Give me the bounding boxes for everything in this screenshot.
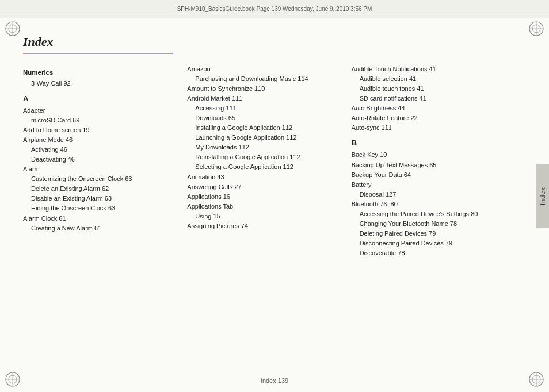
index-item: Assigning Pictures 74 <box>187 221 344 231</box>
index-item: Bluetooth 76–80 <box>352 199 509 209</box>
index-item: Applications Tab <box>187 202 344 212</box>
index-item: Changing Your Bluetooth Name 78 <box>352 219 509 229</box>
index-item: SD card notifications 41 <box>352 94 509 103</box>
index-item: Amazon <box>187 64 344 74</box>
col-3: Audible Touch Notifications 41Audible se… <box>352 64 526 369</box>
index-item: Selecting a Google Application 112 <box>187 162 344 172</box>
index-item: Disconnecting Paired Devices 79 <box>352 239 509 248</box>
index-item: Adapter <box>23 106 180 116</box>
index-item: Alarm Clock 61 <box>23 214 180 224</box>
index-item: Auto Brightness 44 <box>352 103 509 113</box>
index-item: Hiding the Onscreen Clock 63 <box>23 203 180 213</box>
index-item: A <box>23 93 180 105</box>
index-item: Backup Your Data 64 <box>352 170 509 180</box>
index-item: Answering Calls 27 <box>187 182 344 192</box>
index-item: Accessing 111 <box>187 103 344 113</box>
index-item: Applications 16 <box>187 192 344 202</box>
index-item: Android Market 111 <box>187 94 344 103</box>
index-item: Accessing the Paired Device's Settings 8… <box>352 209 509 219</box>
index-item: Using 15 <box>187 212 344 221</box>
col-2: AmazonPurchasing and Downloading Music 1… <box>187 64 351 369</box>
index-item: Reinstalling a Google Application 112 <box>187 152 344 162</box>
index-item: Delete an Existing Alarm 62 <box>23 184 180 194</box>
index-item: Backing Up Text Messages 65 <box>352 160 509 170</box>
index-item: 3-Way Call 92 <box>23 79 180 89</box>
header-text: SPH-M910_BasicsGuide.book Page 139 Wedne… <box>177 6 372 12</box>
index-item: Deactivating 46 <box>23 155 180 164</box>
index-item: Numerics <box>23 68 180 78</box>
index-item: Installing a Google Application 112 <box>187 123 344 133</box>
index-item: Auto-sync 111 <box>352 123 509 133</box>
index-item: Deleting Paired Devices 79 <box>352 229 509 239</box>
header-bar: SPH-M910_BasicsGuide.book Page 139 Wedne… <box>0 0 549 18</box>
corner-tl-decoration <box>5 21 21 37</box>
index-item: Amount to Synchronize 110 <box>187 84 344 94</box>
index-item: Launching a Google Application 112 <box>187 133 344 143</box>
content-area: Index Numerics3-Way Call 92AAdaptermicro… <box>23 34 526 369</box>
index-item: Add to Home screen 19 <box>23 125 180 135</box>
index-item: Battery <box>352 180 509 190</box>
page-container: SPH-M910_BasicsGuide.book Page 139 Wedne… <box>0 0 549 392</box>
title-underline <box>23 53 173 54</box>
footer-text: Index 139 <box>261 377 288 384</box>
index-item: Audible Touch Notifications 41 <box>352 64 509 74</box>
index-item: Alarm <box>23 164 180 174</box>
index-tab-label: Index <box>539 187 546 205</box>
index-item: Airplane Mode 46 <box>23 135 180 145</box>
index-tab: Index <box>536 164 549 228</box>
index-item: microSD Card 69 <box>23 116 180 125</box>
index-item: Creating a New Alarm 61 <box>23 224 180 233</box>
index-item: Disable an Existing Alarm 63 <box>23 194 180 203</box>
col-1: Numerics3-Way Call 92AAdaptermicroSD Car… <box>23 64 187 369</box>
index-item: Audible touch tones 41 <box>352 84 509 94</box>
corner-tr-decoration <box>528 21 544 37</box>
index-item: My Downloads 112 <box>187 143 344 152</box>
index-item: Audible selection 41 <box>352 74 509 84</box>
page-title: Index <box>23 34 526 49</box>
index-item: Downloads 65 <box>187 113 344 123</box>
index-item: Back Key 10 <box>352 150 509 160</box>
index-item: B <box>352 137 509 149</box>
index-item: Customizing the Onscreen Clock 63 <box>23 174 180 184</box>
index-item: Activating 46 <box>23 145 180 155</box>
index-item: Disposal 127 <box>352 190 509 199</box>
page-footer: Index 139 <box>0 377 549 384</box>
index-item: Auto-Rotate Feature 22 <box>352 113 509 123</box>
index-item: Animation 43 <box>187 172 344 182</box>
index-item: Discoverable 78 <box>352 248 509 258</box>
index-columns: Numerics3-Way Call 92AAdaptermicroSD Car… <box>23 64 526 369</box>
index-item: Purchasing and Downloading Music 114 <box>187 74 344 84</box>
